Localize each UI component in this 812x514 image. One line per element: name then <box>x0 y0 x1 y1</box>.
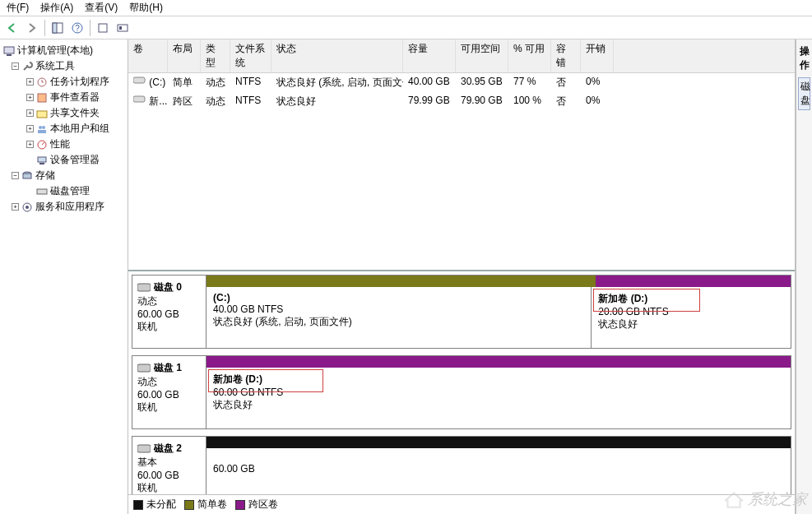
partition-color-bar <box>206 276 791 287</box>
disk-size: 60.00 GB <box>137 308 201 320</box>
vol-layout: 简单 <box>168 75 201 90</box>
nav-tree[interactable]: 计算机管理(本地) − 系统工具 + 任务计划程序 + 事件查看器 + 共享文件… <box>0 39 128 514</box>
partition-d-new[interactable]: 新加卷 (D:) 20.00 GB NTFS 状态良好 <box>592 287 791 348</box>
legend-spanned: 跨区卷 <box>235 498 278 512</box>
disk-size: 60.00 GB <box>137 470 201 481</box>
volume-row[interactable]: 新... 跨区 动态 NTFS 状态良好 79.99 GB 79.90 GB 1… <box>128 92 795 111</box>
tree-performance[interactable]: + 性能 <box>25 137 126 152</box>
volume-list[interactable]: 卷 布局 类型 文件系统 状态 容量 可用空间 % 可用 容错 开销 (C:) … <box>128 39 795 270</box>
vol-over: 0% <box>581 94 614 109</box>
show-hide-tree-button[interactable] <box>49 19 67 37</box>
actions-title: 操作 <box>798 43 810 74</box>
actions-pane[interactable]: 操作 磁盘 <box>796 39 812 514</box>
tree-device-manager[interactable]: 设备管理器 <box>25 152 126 168</box>
disk-type: 基本 <box>137 456 201 470</box>
disk-graphical-pane[interactable]: 磁盘 0 动态 60.00 GB 联机 (C:) 40.00 GB NTFS <box>128 270 795 494</box>
disk-state: 联机 <box>137 320 201 334</box>
col-free[interactable]: 可用空间 <box>456 39 508 72</box>
menu-action[interactable]: 操作(A) <box>37 0 77 16</box>
svg-rect-25 <box>137 284 151 291</box>
vol-free: 30.95 GB <box>456 75 508 90</box>
nav-back-button[interactable] <box>3 19 21 37</box>
tree-task-scheduler[interactable]: + 任务计划程序 <box>25 74 126 90</box>
svg-text:?: ? <box>75 24 80 33</box>
expand-icon[interactable]: + <box>26 94 34 101</box>
partition-title: (C:) <box>213 292 584 303</box>
tree-storage[interactable]: − 存储 <box>10 168 126 183</box>
volume-icon <box>133 95 146 104</box>
legend-simple: 简单卷 <box>184 498 227 512</box>
tree-system-tools[interactable]: − 系统工具 <box>10 58 126 74</box>
storage-icon <box>21 170 33 182</box>
main-area: 计算机管理(本地) − 系统工具 + 任务计划程序 + 事件查看器 + 共享文件… <box>0 39 812 514</box>
disk-icon <box>137 444 151 454</box>
tree-disk-management[interactable]: 磁盘管理 <box>25 183 126 199</box>
vol-name: (C:) <box>149 76 165 88</box>
help-button[interactable]: ? <box>68 19 86 37</box>
partition-unallocated[interactable]: 60.00 GB <box>206 448 791 494</box>
menu-file[interactable]: 件(F) <box>3 0 32 16</box>
disk-block-2[interactable]: 磁盘 2 基本 60.00 GB 联机 60.00 GB <box>132 436 791 494</box>
svg-rect-5 <box>118 25 128 31</box>
tree-root[interactable]: 计算机管理(本地) <box>2 43 126 58</box>
volume-row[interactable]: (C:) 简单 动态 NTFS 状态良好 (系统, 启动, 页面文件) 40.0… <box>128 73 795 92</box>
performance-icon <box>36 139 48 150</box>
nav-forward-button[interactable] <box>23 19 41 37</box>
disk-label: 磁盘 1 动态 60.00 GB 联机 <box>132 356 206 428</box>
svg-rect-11 <box>37 111 47 118</box>
menu-view[interactable]: 查看(V) <box>81 0 121 16</box>
svg-rect-27 <box>137 445 151 452</box>
col-pct[interactable]: % 可用 <box>508 39 551 72</box>
vol-type: 动态 <box>201 75 230 90</box>
col-type[interactable]: 类型 <box>201 39 230 72</box>
menu-bar: 件(F) 操作(A) 查看(V) 帮助(H) <box>0 0 812 16</box>
vol-pct: 77 % <box>508 75 551 90</box>
tree-label: 事件查看器 <box>50 90 100 104</box>
collapse-icon[interactable]: − <box>12 63 19 70</box>
col-filesystem[interactable]: 文件系统 <box>230 39 271 72</box>
expand-icon[interactable]: + <box>12 203 19 211</box>
tree-event-viewer[interactable]: + 事件查看器 <box>25 90 126 105</box>
collapse-icon[interactable]: − <box>12 172 19 179</box>
vol-fault: 否 <box>551 94 581 109</box>
partition-size: 40.00 GB NTFS <box>213 303 584 315</box>
col-fault[interactable]: 容错 <box>551 39 581 72</box>
col-capacity[interactable]: 容量 <box>403 39 456 72</box>
expand-icon[interactable]: + <box>26 125 34 132</box>
volume-header-row: 卷 布局 类型 文件系统 状态 容量 可用空间 % 可用 容错 开销 <box>128 39 795 73</box>
legend-unallocated: 未分配 <box>133 498 176 512</box>
svg-rect-20 <box>37 189 47 194</box>
device-icon <box>36 155 48 166</box>
expand-icon[interactable]: + <box>26 109 34 117</box>
disk-block-0[interactable]: 磁盘 0 动态 60.00 GB 联机 (C:) 40.00 GB NTFS <box>132 275 791 349</box>
vol-name: 新... <box>149 95 167 107</box>
col-layout[interactable]: 布局 <box>168 39 201 72</box>
partition-status: 状态良好 <box>213 398 784 412</box>
tree-services-apps[interactable]: + 服务和应用程序 <box>10 199 126 215</box>
svg-rect-6 <box>119 26 122 30</box>
col-overhead[interactable]: 开销 <box>581 39 614 72</box>
tree-shared-folders[interactable]: + 共享文件夹 <box>25 105 126 121</box>
tree-label: 磁盘管理 <box>50 184 90 198</box>
disk-icon <box>137 364 151 373</box>
book-icon <box>36 92 48 104</box>
expand-icon[interactable]: + <box>26 78 34 86</box>
settings-button[interactable] <box>114 19 132 37</box>
partition-c[interactable]: (C:) 40.00 GB NTFS 状态良好 (系统, 启动, 页面文件) <box>206 287 592 348</box>
actions-item[interactable]: 磁盘 <box>798 77 810 110</box>
expand-icon[interactable]: + <box>26 141 34 148</box>
refresh-button[interactable] <box>94 19 112 37</box>
col-volume[interactable]: 卷 <box>128 39 168 72</box>
highlight-box <box>208 369 323 392</box>
disk-name: 磁盘 0 <box>154 280 182 294</box>
disk-label: 磁盘 2 基本 60.00 GB 联机 <box>132 437 206 494</box>
tree-label: 服务和应用程序 <box>35 200 104 214</box>
tree-label: 本地用户和组 <box>50 122 109 136</box>
tree-local-users[interactable]: + 本地用户和组 <box>25 121 126 137</box>
disk-label: 磁盘 0 动态 60.00 GB 联机 <box>132 276 206 348</box>
vol-free: 79.90 GB <box>456 94 508 109</box>
disk-block-1[interactable]: 磁盘 1 动态 60.00 GB 联机 新加卷 (D:) 60.00 GB NT… <box>132 355 791 429</box>
menu-help[interactable]: 帮助(H) <box>126 0 166 16</box>
col-status[interactable]: 状态 <box>271 39 403 72</box>
partition-d-span[interactable]: 新加卷 (D:) 60.00 GB NTFS 状态良好 <box>206 368 791 428</box>
